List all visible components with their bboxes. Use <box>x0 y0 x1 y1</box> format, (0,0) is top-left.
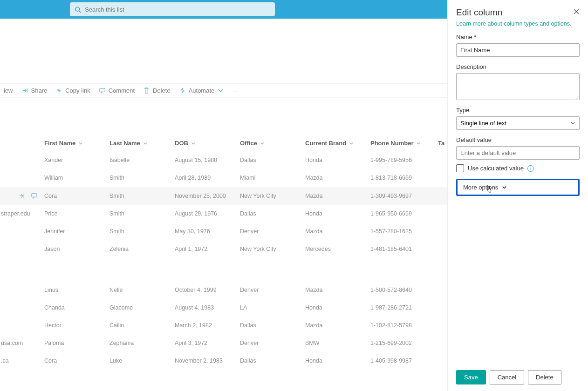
name-input[interactable] <box>456 43 580 57</box>
col-phone-number[interactable]: Phone Number <box>370 140 438 147</box>
automate-label: Automate <box>189 87 215 94</box>
chevron-down-icon <box>260 141 265 146</box>
chevron-down-icon <box>217 87 224 94</box>
share-icon <box>21 87 28 94</box>
info-icon[interactable]: i <box>527 165 534 172</box>
svg-point-0 <box>75 7 80 11</box>
svg-rect-3 <box>32 194 37 197</box>
more-commands[interactable]: ··· <box>232 87 239 94</box>
svg-rect-2 <box>100 88 105 92</box>
comment-icon[interactable] <box>31 192 38 199</box>
col-current-brand[interactable]: Current Brand <box>305 140 370 147</box>
chevron-down-icon <box>78 141 83 146</box>
share-icon[interactable] <box>18 192 25 199</box>
default-value-input[interactable] <box>456 146 580 160</box>
close-icon <box>573 8 580 15</box>
chevron-down-icon <box>143 141 148 146</box>
svg-line-1 <box>79 11 81 13</box>
name-label: Name * <box>456 34 580 40</box>
delete-button[interactable]: Delete <box>528 370 561 384</box>
view-command[interactable]: iew <box>4 87 13 94</box>
copy-link-command[interactable]: Copy link <box>55 87 90 94</box>
search-icon <box>75 6 81 13</box>
share-label: Share <box>31 87 48 94</box>
chevron-down-icon <box>502 185 507 190</box>
type-value: Single line of text <box>460 120 506 127</box>
more-options-button[interactable]: More options <box>456 179 580 196</box>
search-input[interactable] <box>85 6 270 13</box>
col-dob[interactable]: DOB <box>175 140 240 147</box>
edit-column-panel: Edit column Learn more about column type… <box>447 0 588 391</box>
share-command[interactable]: Share <box>21 87 48 94</box>
copy-link-label: Copy link <box>65 87 90 94</box>
description-input[interactable] <box>456 73 580 100</box>
type-label: Type <box>456 107 580 114</box>
col-last-name[interactable]: Last Name <box>109 140 175 147</box>
cancel-button[interactable]: Cancel <box>490 370 524 384</box>
comment-command[interactable]: Comment <box>99 87 135 94</box>
comment-label: Comment <box>109 87 135 94</box>
chevron-down-icon <box>191 141 196 146</box>
cursor-icon <box>485 186 493 193</box>
panel-title: Edit column <box>456 7 502 18</box>
col-first-name[interactable]: First Name <box>44 140 109 147</box>
calculated-value-checkbox[interactable] <box>456 164 464 172</box>
description-label: Description <box>456 63 580 70</box>
comment-icon <box>99 87 106 94</box>
automate-icon <box>179 87 186 94</box>
trash-icon <box>143 87 150 94</box>
search-box[interactable] <box>70 2 275 16</box>
automate-command[interactable]: Automate <box>179 87 225 94</box>
panel-footer: Save Cancel Delete <box>456 364 580 391</box>
calculated-value-label: Use calculated value <box>468 165 524 172</box>
type-select[interactable]: Single line of text <box>456 116 580 130</box>
learn-more-link[interactable]: Learn more about column types and option… <box>456 20 580 27</box>
chevron-down-icon <box>349 141 354 146</box>
col-office[interactable]: Office <box>240 140 305 147</box>
delete-command[interactable]: Delete <box>143 87 171 94</box>
chevron-down-icon <box>570 121 575 126</box>
chevron-down-icon <box>416 141 421 146</box>
default-value-label: Default value <box>456 136 580 143</box>
link-icon <box>55 87 62 94</box>
delete-label: Delete <box>153 87 171 94</box>
save-button[interactable]: Save <box>456 370 486 384</box>
close-panel-button[interactable] <box>573 8 580 17</box>
